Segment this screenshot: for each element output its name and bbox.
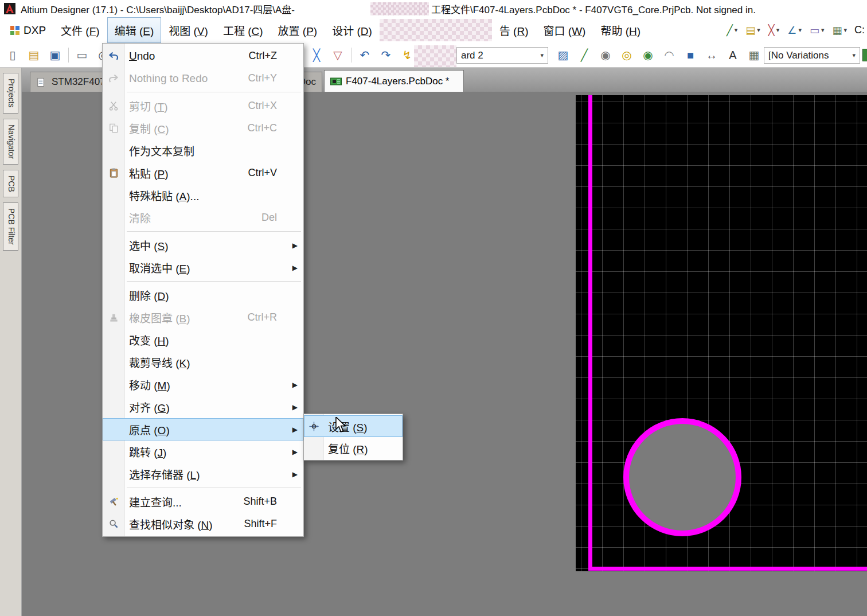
menubar-item-window[interactable]: 窗口 (W) xyxy=(536,17,593,43)
arc-button[interactable]: ◠ xyxy=(661,47,677,63)
grid-button[interactable]: ▦ xyxy=(746,47,762,63)
edit-menu-item-copy-as-text[interactable]: 作为文本复制 xyxy=(103,139,303,162)
edit-menu-item-deselect[interactable]: 取消选中 (E)▶ xyxy=(103,256,303,279)
board-outline-vertical-line[interactable] xyxy=(588,95,592,571)
menubar-item-reports[interactable]: 告 (R) xyxy=(492,17,536,43)
layer-stack-dropdown-button[interactable]: ▤▾ xyxy=(741,21,764,40)
edit-menu-item-build-query[interactable]: 建立查询...Shift+B xyxy=(103,490,303,513)
panel-tab-pcb-filter[interactable]: PCB Filter xyxy=(3,202,18,251)
polygon-pour-button[interactable]: ▨ xyxy=(555,47,571,63)
fill-button[interactable]: ■ xyxy=(682,47,698,63)
menubar-item-label: 放置 (P) xyxy=(278,22,318,38)
menu-item-label: 改变 (H) xyxy=(129,332,169,348)
menu-item-label: 裁剪导线 (K) xyxy=(129,354,190,370)
via-icon: ◎ xyxy=(622,49,631,61)
panel-tab-pcb[interactable]: PCB xyxy=(3,170,18,198)
edit-menu-item-paste[interactable]: 粘贴 (P)Ctrl+V xyxy=(103,162,303,184)
edit-menu-item-selection-memory[interactable]: 选择存储器 (L)▶ xyxy=(103,463,303,485)
filter-clear-button[interactable]: ▽ xyxy=(330,47,346,63)
menu-item-label: 清除 xyxy=(129,210,151,225)
interactive-routing-button[interactable]: ↯ xyxy=(399,47,415,63)
menubar-item-help[interactable]: 帮助 (H) xyxy=(593,17,648,43)
board-icon[interactable] xyxy=(862,49,867,61)
new-document-button[interactable]: ▯ xyxy=(5,47,21,63)
edit-menu-item-find-similar[interactable]: 查找相似对象 (N)Shift+F xyxy=(103,513,303,535)
edit-menu-item-align[interactable]: 对齐 (G)▶ xyxy=(103,396,303,418)
menubar-item-project[interactable]: 工程 (C) xyxy=(216,17,271,43)
edit-menu-item-origin[interactable]: 原点 (O)▶ xyxy=(103,418,303,440)
pad-button[interactable]: ◉ xyxy=(597,47,614,63)
pcb-icon xyxy=(330,77,342,86)
cross-select-button[interactable]: ╳ xyxy=(308,47,325,63)
open-icon: ▤ xyxy=(29,49,40,61)
undo-button[interactable]: ↶ xyxy=(357,47,373,63)
menubar-item-label: 视图 (V) xyxy=(169,22,208,38)
string-button[interactable]: A xyxy=(725,47,741,63)
censored-region xyxy=(414,45,456,67)
menubar-item-place[interactable]: 放置 (P) xyxy=(271,17,325,43)
mouse-cursor xyxy=(335,417,347,435)
print-icon: ▭ xyxy=(77,49,88,61)
menu-item-label: 删除 (D) xyxy=(129,287,169,303)
menu-bar: DXP文件 (F)编辑 (E)视图 (V)工程 (C)放置 (P)设计 (D)告… xyxy=(0,17,867,43)
edit-menu-item-paste-special[interactable]: 特殊粘贴 (A)... xyxy=(103,184,303,206)
menubar-item-view[interactable]: 视图 (V) xyxy=(161,17,216,43)
menu-item-label: 剪切 (T) xyxy=(129,98,168,114)
variations-combo[interactable]: [No Variations ▾ xyxy=(764,47,860,64)
menubar-item-file[interactable]: 文件 (F) xyxy=(53,17,107,43)
print-button[interactable]: ▭ xyxy=(74,47,90,63)
dimension-button[interactable]: ↔ xyxy=(704,47,720,63)
pencil-icon: ╱ xyxy=(727,25,733,36)
fiducial-icon: ◉ xyxy=(643,49,653,61)
measure-dropdown-button[interactable]: ∠▾ xyxy=(783,21,806,40)
submenu-arrow-icon: ▶ xyxy=(292,470,298,478)
open-button[interactable]: ▤ xyxy=(26,47,42,63)
knife-dropdown-button[interactable]: ╳▾ xyxy=(764,21,783,40)
dropdown-caret-icon: ▾ xyxy=(852,52,856,59)
redo-button[interactable]: ↷ xyxy=(378,47,394,63)
board-outline-horizontal-line[interactable] xyxy=(588,567,867,571)
line-button[interactable]: ╱ xyxy=(576,47,592,63)
menu-item-label: 跳转 (J) xyxy=(129,444,166,459)
origin-submenu-item-origin-reset[interactable]: 复位 (R) xyxy=(304,437,403,459)
menu-item-label: 选中 (S) xyxy=(129,237,169,253)
fiducial-button[interactable]: ◉ xyxy=(640,47,656,63)
grid-settings-dropdown-button[interactable]: ▦▾ xyxy=(828,21,851,40)
knife-icon: ╳ xyxy=(768,25,775,36)
edit-menu-item-select[interactable]: 选中 (S)▶ xyxy=(103,234,303,256)
undo-icon: ↶ xyxy=(360,49,370,61)
edit-menu-item-copy: 复制 (C)Ctrl+C xyxy=(103,117,303,139)
menu-item-label: 原点 (O) xyxy=(129,422,170,437)
edit-menu-item-change[interactable]: 改变 (H) xyxy=(103,329,303,351)
panel-tab-navigator[interactable]: Navigator xyxy=(3,119,18,165)
menu-item-label: 查找相似对象 (N) xyxy=(129,516,213,532)
dropdown-caret-icon: ▾ xyxy=(776,26,780,34)
arc-icon: ◠ xyxy=(664,49,674,61)
interactive-routing-icon: ↯ xyxy=(403,49,412,61)
document-tab-f407-4layers-pcbdoc[interactable]: F407-4Layers.PcbDoc * xyxy=(324,70,464,92)
menubar-item-label: 工程 (C) xyxy=(223,22,263,38)
edit-menu-item-delete[interactable]: 删除 (D) xyxy=(103,284,303,306)
board-cutout-circle[interactable] xyxy=(623,418,741,536)
origin-submenu: 设置 (S)复位 (R) xyxy=(303,414,403,461)
menu-bar-right-text: C: xyxy=(854,24,865,36)
snap-grid-combo[interactable]: ard 2 ▾ xyxy=(456,47,548,64)
origin-set-icon xyxy=(307,420,320,432)
save-button[interactable]: ▣ xyxy=(47,47,63,63)
new-document-icon: ▯ xyxy=(9,49,15,61)
edit-menu-item-slice-tracks[interactable]: 裁剪导线 (K) xyxy=(103,351,303,373)
edit-menu-item-undo[interactable]: UndoCtrl+Z xyxy=(103,45,303,67)
via-button[interactable]: ◎ xyxy=(619,47,635,63)
panel-tab-projects[interactable]: Projects xyxy=(3,73,18,114)
save-icon: ▣ xyxy=(50,49,61,61)
menubar-item-edit[interactable]: 编辑 (E) xyxy=(107,17,162,43)
pencil-dropdown-button[interactable]: ╱▾ xyxy=(722,21,741,40)
menubar-item-dxp[interactable]: DXP xyxy=(2,17,53,43)
edit-menu-item-move[interactable]: 移动 (M)▶ xyxy=(103,373,303,396)
menu-item-shortcut: Shift+F xyxy=(244,518,277,530)
menu-item-shortcut: Ctrl+R xyxy=(247,311,277,323)
edit-menu-item-jump[interactable]: 跳转 (J)▶ xyxy=(103,440,303,463)
menubar-item-design[interactable]: 设计 (D) xyxy=(325,17,380,43)
room-dropdown-button[interactable]: ▭▾ xyxy=(806,21,829,40)
origin-submenu-item-origin-set[interactable]: 设置 (S) xyxy=(304,415,403,437)
